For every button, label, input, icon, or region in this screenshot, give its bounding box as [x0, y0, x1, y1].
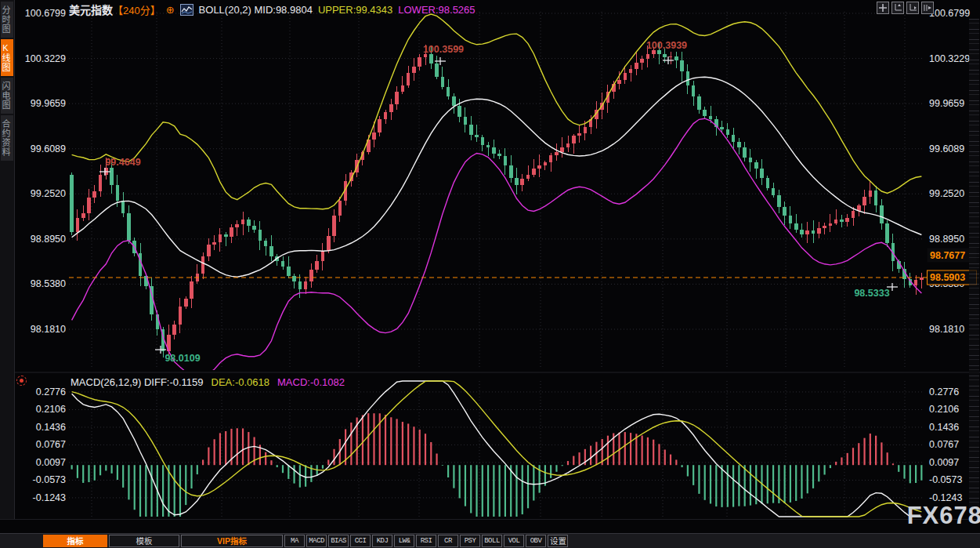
- period-tag: 【240分】: [113, 5, 161, 16]
- candle-body: [772, 188, 776, 196]
- candle-body: [287, 267, 291, 277]
- candle-body: [646, 54, 650, 59]
- toolbar-button-RSI[interactable]: RSI: [416, 535, 436, 547]
- pan-right-icon[interactable]: [921, 2, 934, 14]
- chart-type-tabbar: 分时图K线图闪电图合约资料: [0, 0, 15, 520]
- candle-body: [70, 175, 74, 232]
- y-axis-label: 98.1810: [31, 324, 66, 335]
- y-axis-label: 99.6089: [929, 143, 964, 154]
- price-badge-value: 98.7677: [930, 250, 965, 261]
- y-axis-label: 99.2520: [31, 188, 66, 199]
- sidebar-tab-item[interactable]: 合约资料: [1, 115, 13, 161]
- candle-body: [812, 230, 815, 233]
- candle-body: [857, 205, 861, 210]
- boll-mid-line: [72, 77, 922, 277]
- sidebar-tab-active[interactable]: K线图: [1, 39, 13, 76]
- candle-body: [121, 201, 125, 213]
- candle-body: [224, 234, 228, 237]
- candle-body: [532, 169, 536, 175]
- candle-body: [720, 127, 724, 129]
- y-axis-label: 98.5380: [31, 278, 66, 289]
- scale-x-icon[interactable]: [906, 2, 919, 14]
- candle-body: [794, 223, 798, 230]
- candle-body: [805, 230, 809, 234]
- toolbar-button-模板[interactable]: 模板: [109, 535, 179, 547]
- y-axis-label: 99.2520: [929, 188, 964, 199]
- y-axis-label: 100.3229: [25, 53, 66, 64]
- toolbar-button-MA[interactable]: MA: [284, 535, 305, 547]
- symbol-name: 美元指数: [69, 4, 113, 16]
- candle-body: [304, 281, 308, 289]
- toolbar-button-CR[interactable]: CR: [438, 535, 458, 547]
- candle-body: [429, 54, 433, 64]
- candle-body: [298, 281, 302, 289]
- swing-price-label: 98.0109: [165, 353, 200, 364]
- candlestick-chart-canvas[interactable]: 100.6799100.6799100.3229100.322999.96599…: [0, 0, 980, 548]
- candle-body: [481, 137, 485, 145]
- bollinger-bands: [72, 14, 922, 376]
- candle-body: [81, 213, 85, 218]
- candle-body: [584, 127, 588, 133]
- toolbar-button-OBV[interactable]: OBV: [526, 535, 546, 547]
- crosshair-icon[interactable]: [877, 2, 889, 14]
- macd-axis-label: 0.0767: [36, 439, 66, 450]
- candle-body: [737, 142, 741, 147]
- boll-mid-value: MID:98.9804: [254, 4, 312, 16]
- candle-body: [817, 228, 821, 233]
- toolbar-button-MACD[interactable]: MACD: [306, 535, 327, 547]
- toolbar-button-BIAS[interactable]: BIAS: [328, 535, 349, 547]
- y-axis-label: 99.6089: [31, 143, 66, 154]
- candle-body: [412, 67, 416, 73]
- toolbar-button-VOL[interactable]: VOL: [504, 535, 524, 547]
- link-icon[interactable]: ⊕: [166, 4, 175, 16]
- x-axis-strip: 240分 ▲ 2025/11/13 22:00~02:00 四 10/1310/…: [0, 519, 980, 535]
- candle-body: [230, 227, 233, 238]
- candle-body: [452, 96, 456, 105]
- indicator-settings-icon[interactable]: [16, 376, 27, 386]
- scroll-strip[interactable]: [969, 19, 979, 517]
- sidebar-tab-item[interactable]: 分时图: [1, 2, 13, 38]
- macd-axis-label: 0.0097: [36, 457, 66, 468]
- toolbar-button-LW&[interactable]: LW&: [394, 535, 414, 547]
- candle-body: [640, 59, 644, 63]
- macd-axis-label: 0.1436: [929, 422, 959, 433]
- macd-axis-label: 0.2106: [929, 404, 959, 415]
- toolbar-button-指标[interactable]: 指标: [43, 535, 107, 547]
- sidebar-tab-item[interactable]: 闪电图: [1, 78, 13, 114]
- scale-y-icon[interactable]: [891, 2, 904, 14]
- candle-body: [617, 80, 621, 84]
- price-badge-value: 98.5903: [930, 272, 965, 283]
- candle-body: [469, 125, 473, 135]
- y-axis-label: 100.3229: [929, 53, 970, 64]
- toolbar-button-BOLL[interactable]: BOLL: [482, 535, 502, 547]
- swing-price-label: 100.3599: [423, 44, 464, 55]
- candle-body: [327, 236, 331, 251]
- candle-body: [754, 162, 758, 169]
- candle-body: [686, 71, 690, 85]
- chart-window: 100.6799100.6799100.3229100.322999.96599…: [0, 0, 980, 548]
- candle-body: [384, 112, 388, 120]
- candle-body: [869, 191, 873, 197]
- candle-body: [184, 299, 188, 307]
- toolbar-button-PSY[interactable]: PSY: [460, 535, 480, 547]
- symbol-title: 美元指数【240分】: [69, 2, 161, 17]
- candle-body: [127, 213, 131, 241]
- candle-body: [212, 242, 216, 245]
- candle-body: [321, 251, 325, 261]
- toolbar-button-CCI[interactable]: CCI: [350, 535, 371, 547]
- candle-body: [800, 230, 804, 234]
- candle-body: [515, 178, 519, 186]
- candle-body: [669, 56, 673, 58]
- candle-body: [492, 147, 496, 154]
- toolbar-button-KDJ[interactable]: KDJ: [372, 535, 392, 547]
- boll-upper-value: UPPER:99.4343: [318, 4, 392, 16]
- chart-tool-icons: [877, 2, 934, 14]
- toolbar-button-VIP指标[interactable]: VIP指标: [181, 535, 283, 547]
- toolbar-button-设置[interactable]: 设置: [548, 535, 568, 547]
- indicator-chart-icon[interactable]: [180, 4, 193, 16]
- candle-body: [760, 169, 764, 177]
- candle-body: [207, 245, 211, 256]
- candle-body: [464, 117, 468, 125]
- candle-body: [201, 256, 205, 274]
- candle-body: [378, 119, 382, 132]
